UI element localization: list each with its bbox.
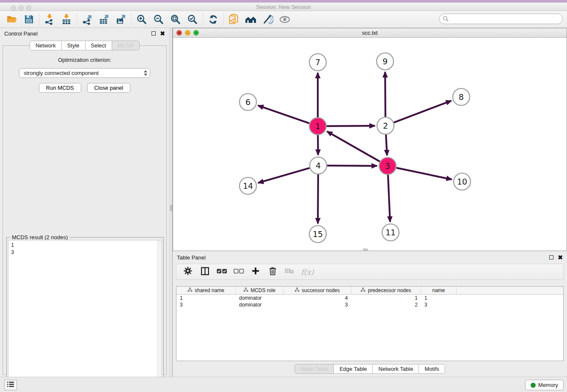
function-builder-button[interactable]: f(x) — [301, 266, 314, 277]
import-network-button[interactable] — [41, 12, 58, 27]
network-window-title: scc.txt — [173, 30, 567, 36]
close-table-panel-icon[interactable]: ✖ — [558, 255, 563, 259]
graph-edge-2-8[interactable] — [394, 101, 451, 123]
save-session-button[interactable] — [20, 12, 37, 27]
memory-status-icon — [531, 383, 536, 388]
node-table: shared nameMCDS rolesuccessor nodesprede… — [176, 286, 564, 361]
zoom-out-button[interactable] — [150, 12, 167, 27]
import-table-button[interactable] — [58, 12, 75, 27]
table-cell[interactable]: dominator — [236, 301, 284, 308]
clone-network-button[interactable] — [226, 12, 242, 27]
table-row[interactable]: 1dominator411 — [176, 295, 563, 301]
graph-edge-4-3[interactable] — [327, 166, 377, 166]
network-canvas[interactable]: 7968124314101511 — [173, 38, 567, 251]
column-header-successor-nodes[interactable]: successor nodes — [284, 287, 351, 294]
checked-boxes-icon — [217, 268, 227, 276]
close-panel-button[interactable]: Close panel — [87, 83, 131, 93]
graph-edge-1-4[interactable] — [318, 135, 318, 155]
tab-network[interactable]: Network — [30, 41, 62, 50]
table-cell[interactable]: 3 — [176, 301, 236, 308]
graph-node-label: 6 — [245, 97, 250, 107]
graph-node-label: 2 — [383, 121, 388, 130]
tab-select[interactable]: Select — [85, 41, 112, 50]
export-table-button[interactable] — [96, 12, 113, 27]
optimization-criterion-label: Optimization criterion: — [3, 57, 166, 63]
table-cell[interactable]: 1 — [421, 295, 457, 301]
table-cell[interactable]: 1 — [351, 295, 421, 301]
canvas-resize-handle[interactable] — [363, 248, 368, 251]
deselect-all-button[interactable] — [233, 266, 244, 277]
table-panel: Table Panel ✖ f(x) shared nameMCDS roles… — [173, 252, 567, 377]
open-session-button[interactable] — [3, 12, 20, 27]
graph-node-label: 11 — [385, 228, 396, 237]
run-mcds-button[interactable]: Run MCDS — [39, 83, 81, 93]
graph-edge-4-14[interactable] — [258, 168, 310, 183]
table-cell[interactable]: 4 — [284, 295, 351, 301]
clone-network-icon — [228, 14, 239, 25]
tab-node-table[interactable]: Node Table — [295, 364, 334, 374]
mcds-tab-content: Optimization criterion: strongly connect… — [3, 45, 167, 375]
table-settings-button[interactable] — [182, 266, 193, 277]
graph-edge-3-1[interactable] — [327, 131, 380, 161]
export-network-button[interactable] — [79, 12, 96, 27]
export-image-button[interactable] — [113, 12, 129, 27]
mcds-result-group: MCDS result (2 nodes) 1 3 — [6, 237, 164, 392]
tab-network-table[interactable]: Network Table — [372, 364, 419, 374]
hierarchy-icon — [361, 287, 366, 293]
graph-edge-1-6[interactable] — [258, 105, 310, 123]
toggle-columns-button[interactable] — [199, 266, 210, 277]
graph-node-label: 4 — [316, 161, 321, 170]
delete-column-button[interactable] — [267, 266, 278, 277]
import-table-icon — [61, 14, 72, 25]
select-all-button[interactable] — [216, 266, 227, 277]
delete-table-button[interactable] — [284, 266, 295, 277]
memory-button[interactable]: Memory — [525, 380, 564, 390]
table-cell[interactable]: 3 — [284, 301, 351, 308]
mcds-result-list[interactable]: 1 3 — [8, 240, 157, 392]
tab-style[interactable]: Style — [61, 41, 85, 50]
task-history-button[interactable] — [4, 380, 17, 390]
network-window-titlebar[interactable]: ✕ − + scc.txt — [173, 28, 567, 38]
panel-splitter[interactable] — [169, 28, 173, 377]
graph-edge-1-2[interactable] — [327, 126, 375, 126]
zoom-in-button[interactable] — [133, 12, 150, 27]
home-view-button[interactable] — [242, 12, 259, 27]
graph-edge-4-15[interactable] — [318, 174, 318, 224]
graph-node-label: 10 — [457, 177, 467, 186]
float-table-panel-icon[interactable] — [549, 255, 553, 259]
table-row[interactable]: 3dominator323 — [176, 301, 563, 308]
add-column-button[interactable] — [250, 266, 261, 277]
column-header-name[interactable]: name — [421, 287, 457, 294]
search-input[interactable] — [439, 14, 563, 24]
tab-edge-table[interactable]: Edge Table — [333, 364, 373, 374]
graph-node-label: 14 — [243, 181, 253, 190]
zoom-selected-button[interactable] — [184, 12, 201, 27]
close-panel-icon[interactable]: ✖ — [160, 31, 165, 36]
plus-icon — [251, 267, 260, 277]
toolbar-separator — [131, 13, 132, 26]
refresh-button[interactable] — [205, 12, 222, 27]
show-graphics-button[interactable] — [276, 12, 293, 27]
zoom-fit-button[interactable] — [167, 12, 184, 27]
fx-icon: f(x) — [301, 268, 314, 276]
graph-edge-3-11[interactable] — [388, 175, 390, 222]
table-cell[interactable]: 1 — [176, 295, 236, 301]
graph-edge-2-9[interactable] — [385, 72, 385, 117]
column-header-predecessor-nodes[interactable]: predecessor nodes — [351, 287, 421, 294]
graph-edge-2-3[interactable] — [386, 135, 387, 155]
control-panel-tabs: NetworkStyleSelectMCDS — [0, 41, 169, 50]
tab-mcds[interactable]: MCDS — [112, 41, 140, 50]
table-cell[interactable]: dominator — [236, 295, 284, 301]
import-network-icon — [44, 14, 55, 25]
tab-motifs[interactable]: Motifs — [418, 364, 445, 374]
column-header-shared-name[interactable]: shared name — [176, 287, 236, 294]
table-cell[interactable]: 3 — [421, 301, 457, 308]
table-cell[interactable]: 2 — [351, 301, 421, 308]
splitter-handle-icon[interactable] — [170, 205, 172, 211]
graph-edge-3-10[interactable] — [396, 168, 452, 179]
hide-graphics-button[interactable] — [259, 12, 276, 27]
result-scrollbar[interactable] — [157, 240, 162, 392]
column-header-MCDS-role[interactable]: MCDS role — [236, 287, 284, 294]
criterion-select[interactable]: strongly connected component — [19, 68, 150, 78]
float-panel-icon[interactable] — [151, 31, 156, 36]
